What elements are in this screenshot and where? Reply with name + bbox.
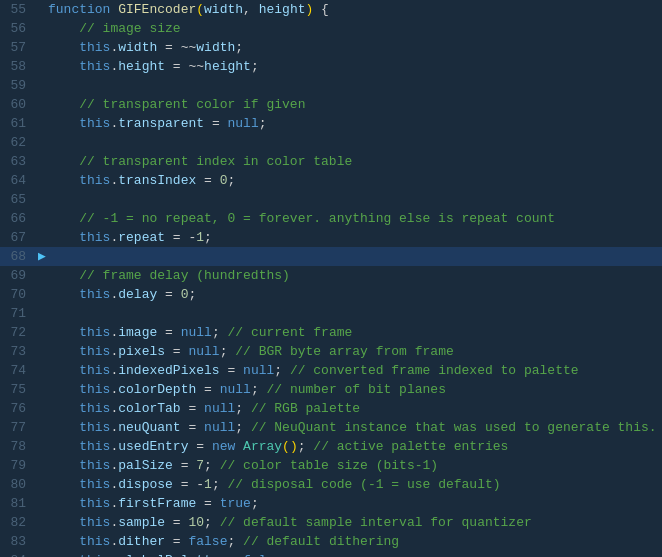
token-num: 10 xyxy=(188,515,204,530)
token-plain: ; xyxy=(212,325,228,340)
token-prop: transparent xyxy=(118,116,204,131)
token-plain: = - xyxy=(173,477,204,492)
code-line: 83 this.dither = false; // default dithe… xyxy=(0,532,662,551)
token-plain: ; xyxy=(251,59,259,74)
line-content xyxy=(48,247,654,266)
line-number: 78 xyxy=(0,437,38,456)
token-plain: = xyxy=(181,401,204,416)
token-this-kw: this xyxy=(79,477,110,492)
token-prop: colorDepth xyxy=(118,382,196,397)
token-prop: height xyxy=(259,2,306,17)
code-line: 64 this.transIndex = 0; xyxy=(0,171,662,190)
token-plain: = xyxy=(196,496,219,511)
token-plain: ; xyxy=(251,382,267,397)
token-cm: // default dithering xyxy=(243,534,399,549)
code-line: 69 // frame delay (hundredths) xyxy=(0,266,662,285)
token-plain: ; xyxy=(274,363,290,378)
line-content: this.globalPalette = false; xyxy=(48,551,654,557)
token-plain xyxy=(48,40,79,55)
token-plain: ; xyxy=(220,344,236,359)
token-plain xyxy=(48,154,79,169)
token-prop: repeat xyxy=(118,230,165,245)
token-prop: transIndex xyxy=(118,173,196,188)
token-kw: function xyxy=(48,2,118,17)
token-fn: GIFEncoder xyxy=(118,2,196,17)
token-plain: ; xyxy=(188,287,196,302)
token-cm: // -1 = no repeat, 0 = forever. anything… xyxy=(79,211,555,226)
token-plain: , xyxy=(243,2,259,17)
line-content xyxy=(48,304,654,323)
token-plain: ; xyxy=(251,496,259,511)
token-plain xyxy=(48,363,79,378)
token-num: 1 xyxy=(204,477,212,492)
token-plain: ; xyxy=(298,439,314,454)
token-prop: dispose xyxy=(118,477,173,492)
token-prop: image xyxy=(118,325,157,340)
token-prop: firstFrame xyxy=(118,496,196,511)
token-this-kw: this xyxy=(79,553,110,557)
token-this-kw: this xyxy=(79,40,110,55)
line-number: 56 xyxy=(0,19,38,38)
line-number: 82 xyxy=(0,513,38,532)
token-this-kw: this xyxy=(79,116,110,131)
line-content: this.delay = 0; xyxy=(48,285,654,304)
token-this-kw: this xyxy=(79,59,110,74)
token-cm: // NeuQuant instance that was used to ge… xyxy=(251,420,657,435)
token-plain xyxy=(48,344,79,359)
code-line: 73 this.pixels = null; // BGR byte array… xyxy=(0,342,662,361)
token-plain: = xyxy=(173,458,196,473)
token-plain: ; xyxy=(235,401,251,416)
token-prop: height xyxy=(204,59,251,74)
token-plain: ; xyxy=(259,116,267,131)
line-number: 73 xyxy=(0,342,38,361)
token-plain xyxy=(48,173,79,188)
line-number: 74 xyxy=(0,361,38,380)
token-plain xyxy=(48,287,79,302)
token-plain: { xyxy=(313,2,329,17)
token-prop: height xyxy=(118,59,165,74)
token-plain: ; xyxy=(227,173,235,188)
token-plain xyxy=(48,116,79,131)
token-kw: false xyxy=(188,534,227,549)
token-plain: = xyxy=(157,325,180,340)
token-this-kw: this xyxy=(79,534,110,549)
line-content: this.indexedPixels = null; // converted … xyxy=(48,361,654,380)
code-line: 79 this.palSize = 7; // color table size… xyxy=(0,456,662,475)
line-number: 57 xyxy=(0,38,38,57)
token-prop: palSize xyxy=(118,458,173,473)
token-kw: null xyxy=(204,420,235,435)
line-content xyxy=(48,190,654,209)
token-plain: = xyxy=(220,553,243,557)
code-line: 74 this.indexedPixels = null; // convert… xyxy=(0,361,662,380)
token-cm: // number of bit planes xyxy=(267,382,446,397)
token-this-kw: this xyxy=(79,458,110,473)
line-content: // image size xyxy=(48,19,654,38)
code-line: 61 this.transparent = null; xyxy=(0,114,662,133)
code-line: 82 this.sample = 10; // default sample i… xyxy=(0,513,662,532)
line-content: this.pixels = null; // BGR byte array fr… xyxy=(48,342,654,361)
token-plain xyxy=(48,496,79,511)
token-kw: null xyxy=(243,363,274,378)
line-number: 70 xyxy=(0,285,38,304)
token-kw: false xyxy=(243,553,282,557)
line-number: 75 xyxy=(0,380,38,399)
code-line: 71 xyxy=(0,304,662,323)
token-this-kw: this xyxy=(79,420,110,435)
line-content: this.width = ~~width; xyxy=(48,38,654,57)
line-content: function GIFEncoder(width, height) { xyxy=(48,0,654,19)
code-line: 76 this.colorTab = null; // RGB palette xyxy=(0,399,662,418)
line-content: this.palSize = 7; // color table size (b… xyxy=(48,456,654,475)
code-line: 68▶ xyxy=(0,247,662,266)
token-cm: // transparent color if given xyxy=(79,97,305,112)
token-plain: = xyxy=(181,420,204,435)
code-line: 59 xyxy=(0,76,662,95)
token-plain xyxy=(48,458,79,473)
token-prop: indexedPixels xyxy=(118,363,219,378)
token-prop: dither xyxy=(118,534,165,549)
token-this-kw: this xyxy=(79,287,110,302)
token-this-kw: this xyxy=(79,325,110,340)
line-number: 62 xyxy=(0,133,38,152)
token-kw: null xyxy=(204,401,235,416)
token-plain xyxy=(48,21,79,36)
token-plain: ; xyxy=(282,553,290,557)
